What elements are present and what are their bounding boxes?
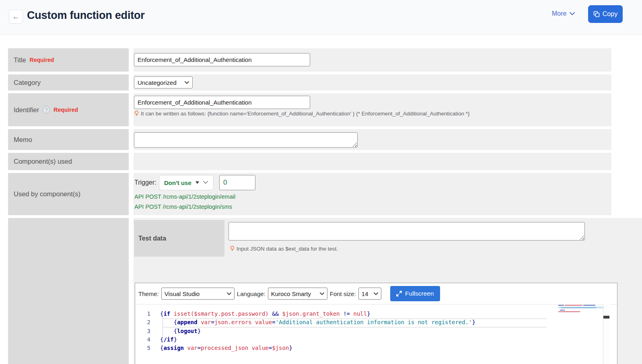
line-number: 1	[135, 310, 160, 318]
memo-textarea[interactable]	[134, 133, 357, 147]
identifier-label: Identifier	[14, 106, 39, 114]
language-label: Language:	[237, 290, 265, 297]
font-size-select[interactable]: 14	[358, 288, 381, 300]
line-divider	[163, 327, 546, 327]
test-data-label: Test data	[138, 235, 166, 242]
language-select[interactable]: Kuroco Smarty	[268, 288, 327, 300]
memo-label: Memo	[14, 136, 32, 144]
components-used-content-cell	[134, 153, 611, 170]
chevron-down-icon	[570, 12, 575, 15]
memo-content-cell	[134, 129, 611, 150]
memo-textarea-wrap	[134, 132, 358, 148]
editor-scrollbar-track[interactable]	[603, 304, 610, 364]
copy-label: Copy	[603, 10, 617, 18]
code-line: 1{if isset($smarty.post.password) && $js…	[135, 310, 617, 318]
back-arrow-icon: ←	[12, 13, 19, 21]
language-select-value: Kuroco Smarty	[271, 290, 311, 297]
category-label-cell: Category	[8, 74, 129, 90]
identifier-hint-text: It can be written as follows: {function …	[141, 111, 470, 117]
trigger-label: Trigger:	[134, 179, 156, 186]
page-header: ← Custom function editor More Copy	[0, 0, 642, 35]
code-line: 2 {append var=json.errors value='Additio…	[135, 318, 617, 327]
test-data-label-cell: Test data	[134, 220, 224, 257]
line-number: 2	[135, 318, 160, 327]
test-data-textarea-wrap	[228, 222, 585, 241]
indent-guide	[163, 317, 163, 335]
identifier-input[interactable]	[134, 96, 310, 109]
test-data-textarea[interactable]	[229, 222, 584, 240]
title-content-cell	[134, 48, 611, 72]
used-by-label: Used by component(s)	[14, 190, 80, 198]
trigger-select-value: Don't use	[164, 179, 191, 186]
api-link-email[interactable]: API POST /rcms-api/1/2steplogin/email	[134, 193, 235, 200]
trigger-count-input[interactable]	[219, 175, 255, 190]
chevron-down-icon	[320, 292, 324, 295]
used-by-content-cell: Trigger: Don't use API POST /rcms-api/1/…	[134, 173, 611, 215]
identifier-required-badge: Required	[54, 107, 78, 113]
lightbulb-icon	[134, 111, 139, 117]
copy-button[interactable]: Copy	[588, 5, 623, 23]
fullscreen-icon	[396, 291, 402, 296]
font-size-label: Font size:	[330, 290, 356, 297]
font-size-select-value: 14	[362, 290, 368, 297]
lightbulb-icon	[230, 246, 235, 252]
chevron-down-icon	[185, 81, 189, 84]
test-data-hint-text: Input JSON data as $ext_data for the tes…	[237, 246, 338, 252]
title-required-badge: Required	[30, 57, 54, 63]
code-editor-panel: Theme: Visual Studio Language: Kuroco Sm…	[135, 283, 617, 364]
category-content-cell: Uncategorized	[134, 74, 611, 90]
code-line: 4{/if}	[135, 335, 617, 344]
identifier-content-cell: It can be written as follows: {function …	[134, 93, 611, 126]
chevron-down-icon	[374, 292, 378, 295]
line-number: 4	[135, 335, 160, 344]
used-by-label-cell: Used by component(s)	[8, 173, 129, 215]
memo-label-cell: Memo	[8, 129, 129, 150]
category-select[interactable]: Uncategorized	[134, 76, 193, 88]
theme-label: Theme:	[138, 290, 159, 297]
line-divider	[163, 319, 546, 319]
copy-icon	[593, 11, 600, 17]
components-used-label-cell: Component(s) used	[8, 153, 129, 170]
theme-select[interactable]: Visual Studio	[161, 288, 235, 300]
editor-label-cell	[8, 218, 129, 364]
title-input[interactable]	[134, 53, 310, 66]
editor-toolbar: Theme: Visual Studio Language: Kuroco Sm…	[135, 283, 617, 304]
components-used-label: Component(s) used	[14, 158, 72, 165]
code-line: 3 {logout}	[135, 327, 617, 335]
minimap[interactable]	[558, 305, 603, 317]
chevron-down-icon	[227, 292, 231, 295]
title-label-cell: Title Required	[8, 48, 129, 72]
fullscreen-button[interactable]: Fullscreen	[390, 286, 440, 301]
theme-select-value: Visual Studio	[165, 290, 200, 297]
editor-scrollbar-thumb[interactable]	[603, 316, 609, 319]
more-button[interactable]: More	[552, 10, 575, 17]
code-line: 5{assign var=processed_json value=$json}	[135, 344, 617, 352]
back-button[interactable]: ←	[9, 10, 23, 24]
fullscreen-label: Fullscreen	[405, 290, 434, 297]
api-link-sms[interactable]: API POST /rcms-api/1/2steplogin/sms	[134, 204, 232, 210]
code-area[interactable]: 1{if isset($smarty.post.password) && $js…	[135, 304, 617, 364]
trigger-select[interactable]: Don't use	[159, 175, 214, 190]
identifier-hint: It can be written as follows: {function …	[134, 111, 470, 117]
caret-down-icon	[195, 181, 199, 184]
more-label: More	[552, 10, 566, 17]
page-title: Custom function editor	[27, 9, 145, 22]
chevron-down-icon	[203, 181, 208, 184]
line-number: 3	[135, 327, 160, 335]
line-number: 5	[135, 344, 160, 352]
identifier-label-cell: Identifier ? Required	[8, 93, 129, 126]
help-icon[interactable]: ?	[43, 106, 50, 113]
category-select-value: Uncategorized	[138, 79, 177, 86]
test-data-hint: Input JSON data as $ext_data for the tes…	[230, 246, 338, 252]
title-label: Title	[14, 56, 26, 64]
category-label: Category	[14, 79, 41, 86]
